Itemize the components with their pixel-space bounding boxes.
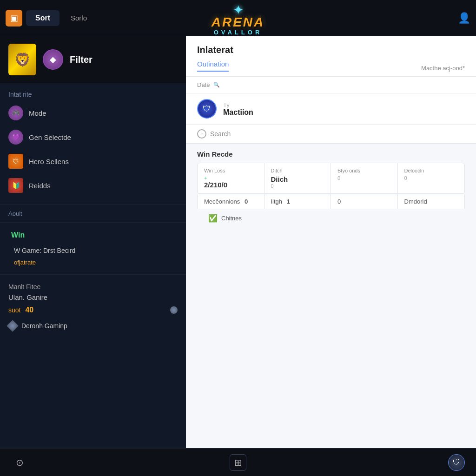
content-header: Inlaterat Outination Macthe acj-ood* [186,36,476,77]
diamond-icon [7,320,18,331]
charms-row: ✅ Chitnes [197,209,465,227]
stat-deloo-label: Deloocln [404,168,458,173]
search-icon[interactable]: ○ [197,129,206,139]
sidebar-section-title: Intat rite [0,88,186,101]
score-row: suot 40 [8,306,178,314]
hero-badge-icon: 🦁 [14,52,31,67]
bottom-left-icon[interactable]: ⊙ [11,454,28,471]
win-record-section: Win Recde Win Loss + 2/210/0 Ditch Diich… [186,144,476,229]
stat-ditch-label: Ditch [271,168,324,173]
win-record-title: Win Recde [197,150,465,158]
search-row: ○ Search [186,125,476,144]
ulan-label: Ulan. Ganire [8,293,178,301]
content-meta: Date 🔍 [186,77,476,93]
logo-subtitle: OVALLOR [212,29,265,36]
diamond-label: Deronh Gaminp [21,322,67,330]
detail-cell-3: Dmdorid [398,194,465,209]
meta-date-label: Date [197,81,210,88]
diamond-item[interactable]: Deronh Gaminp [8,319,178,333]
sidebar-hero-label: Hero Sellens [29,158,69,165]
charms-label: Chitnes [221,215,242,222]
apply-label: Aoult [8,210,22,217]
stat-cell-deloo: Deloocln 0 [398,163,465,194]
stat-ditch-value: Diich [271,175,324,183]
detail-value-1: 1 [287,198,290,205]
stat-btyo-sub: 0 [337,175,391,181]
reids-icon: 🔰 [8,178,23,193]
win-section: Win W Game: Drst Becird ofjatrate [0,225,186,272]
filter-label: Filter [70,54,93,65]
score-label: suot [8,306,20,314]
top-bar-left: ▣ Sort Sorlo [6,10,94,26]
sidebar-item-hero[interactable]: 🛡 Hero Sellens [0,149,186,173]
sub-item-game[interactable]: W Game: Drst Becird [0,243,186,258]
sidebar-item-gen-select[interactable]: 💜 Gen Selectde [0,125,186,149]
sidebar-divider-1 [0,204,186,205]
hero-info: Ty Mactiion [223,101,253,117]
stats-grid: Win Loss + 2/210/0 Ditch Diich 0 Btyo on… [197,163,465,194]
sort-tab[interactable]: Sort [26,10,60,26]
main-layout: 🦁 ◆ Filter Intat rite 🎮 Mode 💜 Gen Selec… [0,36,476,448]
user-icon[interactable]: 👤 [458,12,470,24]
detail-label-3: Dmdorid [404,198,427,205]
detail-value-2: 0 [337,198,341,205]
search-label: Search [210,130,231,138]
sub-item-highlight: ofjatrate [0,258,186,270]
logo-title: ARENA [212,16,265,29]
tab-outination[interactable]: Outination [197,60,229,72]
bottom-bar: ⊙ ⊞ 🛡 [0,448,476,476]
sidebar-section: Intat rite 🎮 Mode 💜 Gen Selectde 🛡 Hero … [0,83,186,202]
sort-tab-2[interactable]: Sorlo [63,10,94,26]
detail-cell-2: 0 [331,194,398,209]
detail-label-1: Iitgh [271,198,283,205]
stat-cell-winloss: Win Loss + 2/210/0 [198,163,264,194]
hero-name: Ty [223,101,253,108]
sidebar: 🦁 ◆ Filter Intat rite 🎮 Mode 💜 Gen Selec… [0,36,186,448]
win-label[interactable]: Win [0,227,186,243]
stat-winloss-value: 2/210/0 [204,181,258,189]
sidebar-item-reids[interactable]: 🔰 Reidds [0,173,186,198]
sidebar-mode-label: Mode [29,109,46,117]
manlt-label: Manlt Fitee [8,283,178,291]
sidebar-hero: 🦁 ◆ Filter [0,36,186,83]
stat-winloss-plus: + [204,175,258,181]
sidebar-item-mode[interactable]: 🎮 Mode [0,101,186,125]
hero-rank-icon: ◆ [43,49,63,70]
charm-check-icon: ✅ [208,214,218,223]
detail-cell-1: Iitgh 1 [264,194,331,209]
detail-cell-0: Mecēonnions 0 [198,194,264,209]
detail-label-0: Mecēonnions [204,198,240,205]
hero-shield-icon: 🛡 [203,104,211,114]
hero-icon: 🛡 [8,154,23,169]
score-dot[interactable] [170,306,178,314]
stat-cell-btyo: Btyo onds 0 [331,163,398,194]
top-bar: ▣ Sort Sorlo ✦ ARENA OVALLOR 👤 [0,0,476,36]
logo: ✦ ARENA OVALLOR [212,2,265,36]
detail-value-0: 0 [245,198,248,205]
hero-title: Mactiion [223,108,253,117]
match-right[interactable]: Macthe acj-ood* [421,65,465,72]
menu-symbol: ▣ [10,13,18,23]
match-hero-icon: 🛡 [197,99,217,119]
sidebar-bottom: Manlt Fitee Ulan. Ganire suot 40 Deronh … [0,277,186,339]
match-hero-row: 🛡 Ty Mactiion [186,93,476,125]
content-tabs: Outination Macthe acj-ood* [197,60,465,72]
stat-winloss-label: Win Loss [204,168,258,173]
detail-row: Mecēonnions 0 Iitgh 1 0 Dmdorid [197,194,465,209]
content-panel: Inlaterat Outination Macthe acj-ood* Dat… [186,36,476,448]
mode-icon: 🎮 [8,106,23,120]
gen-icon: 💜 [8,130,23,145]
sidebar-gen-label: Gen Selectde [29,133,71,141]
menu-icon[interactable]: ▣ [6,10,22,26]
stat-deloo-sub: 0 [404,175,458,181]
stat-ditch-sub: 0 [271,183,324,189]
bottom-mid-icon[interactable]: ⊞ [230,454,246,471]
content-title: Inlaterat [197,45,465,55]
hero-badge: 🦁 [8,44,36,75]
bottom-right-icon[interactable]: 🛡 [448,454,465,471]
sidebar-reids-label: Reidds [29,182,51,190]
stat-btyo-label: Btyo onds [337,168,391,173]
apply-section: Aoult [0,206,186,220]
sidebar-divider-2 [0,222,186,223]
meta-date-icon: 🔍 [213,82,220,88]
